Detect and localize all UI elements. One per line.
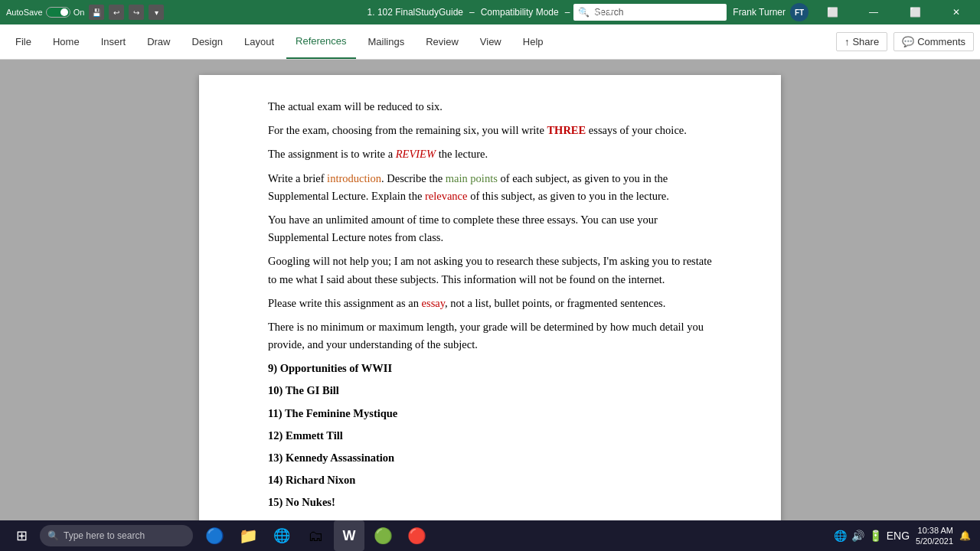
close-button[interactable]: ✕ (939, 0, 974, 24)
list-item-11: 11) The Feminine Mystique (268, 405, 712, 422)
ribbon: File Home Insert Draw Design Layout Refe… (0, 24, 980, 60)
minimize-button[interactable]: — (856, 0, 891, 24)
tab-view[interactable]: View (471, 24, 511, 59)
para-intro-mid: . Describe the (381, 172, 446, 184)
tab-review[interactable]: Review (416, 24, 468, 59)
notification-icon[interactable]: 🔔 (959, 530, 971, 541)
tab-home[interactable]: Home (44, 24, 89, 59)
tab-references[interactable]: References (286, 24, 355, 59)
tab-insert[interactable]: Insert (92, 24, 136, 59)
start-button[interactable]: ⊞ (3, 520, 40, 551)
user-initials: FT (795, 8, 804, 17)
share-icon: ↑ (844, 36, 850, 47)
para-essay-end: , not a list, bullet points, or fragment… (445, 297, 665, 309)
doc-title: 1. 102 FinalStudyGuide (368, 7, 463, 18)
taskbar-right: 🌐 🔊 🔋 ENG 10:38 AM 5/20/2021 🔔 (834, 525, 977, 547)
tab-help[interactable]: Help (514, 24, 553, 59)
ribbon-right: ↑ Share 💬 Comments (836, 32, 974, 51)
share-label: Share (852, 36, 879, 47)
save-icon[interactable]: 💾 (89, 5, 104, 20)
para-unlimited: You have an unlimited amount of time to … (268, 211, 712, 246)
taskbar-app-edge[interactable]: 🌐 (266, 520, 297, 551)
list-item-10: 10) The GI Bill (268, 382, 712, 399)
taskbar-app-word[interactable]: W (334, 520, 364, 551)
para-three: For the exam, choosing from the remainin… (268, 122, 712, 139)
autosave-state: On (74, 8, 85, 17)
separator: – (469, 7, 475, 18)
comments-icon: 💬 (902, 36, 914, 47)
save-chevron: ▾ (608, 7, 612, 18)
para-reduced-text: The actual exam will be reduced to six. (268, 100, 443, 112)
view-toggle-icon[interactable]: ⬜ (815, 0, 850, 24)
network-icon[interactable]: 🌐 (834, 530, 847, 542)
compat-mode: Compatibility Mode (481, 7, 559, 18)
para-essay-start: Please write this assignment as an (268, 297, 422, 309)
user-badge[interactable]: Frank Turner FT (733, 3, 808, 21)
para-reduced: The actual exam will be reduced to six. (268, 98, 712, 116)
language-icon[interactable]: ENG (887, 530, 910, 542)
tab-design[interactable]: Design (183, 24, 232, 59)
user-avatar: FT (790, 3, 808, 21)
taskbar-app-cortana[interactable]: 🔵 (199, 520, 230, 551)
tab-layout[interactable]: Layout (235, 24, 283, 59)
list-item-12: 12) Emmett Till (268, 427, 712, 445)
title-bar-center: 1. 102 FinalStudyGuide – Compatibility M… (368, 7, 613, 18)
clock-time: 10:38 AM (916, 525, 953, 536)
main-points-word: main points (446, 172, 498, 184)
autosave-pill[interactable] (46, 7, 70, 18)
para-essay: Please write this assignment as an essay… (268, 295, 712, 312)
para-length-text: There is no minimum or maximum length, y… (268, 321, 704, 350)
para-review-start: The assignment is to write a (268, 148, 396, 160)
intro-word: introduction (327, 172, 381, 184)
taskbar-apps: 🔵 📁 🌐 🗂 W 🟢 🔴 (199, 520, 432, 551)
taskbar: ⊞ 🔍 Type here to search 🔵 📁 🌐 🗂 W 🟢 🔴 🌐 … (0, 520, 980, 551)
list-item-9: 9) Opportunities of WWII (268, 360, 712, 377)
share-button[interactable]: ↑ Share (836, 32, 887, 51)
para-intro: Write a brief introduction. Describe the… (268, 170, 712, 205)
redo-icon[interactable]: ↪ (129, 5, 144, 20)
title-bar: AutoSave On 💾 ↩ ↪ ▾ 1. 102 FinalStudyGui… (0, 0, 980, 24)
essay-word: essay (422, 297, 445, 309)
customize-icon[interactable]: ▾ (149, 5, 164, 20)
para-googling-text: Googling will not help you; I am not ask… (268, 255, 712, 285)
tab-file[interactable]: File (6, 24, 41, 59)
document-page[interactable]: The actual exam will be reduced to six. … (199, 75, 781, 530)
taskbar-app-red[interactable]: 🔴 (401, 520, 432, 551)
list-item-14: 14) Richard Nixon (268, 471, 712, 489)
review-word: REVIEW (396, 148, 436, 160)
time-block[interactable]: 10:38 AM 5/20/2021 (916, 525, 953, 547)
para-three-end: essays of your choice. (586, 124, 687, 136)
tab-mailings[interactable]: Mailings (359, 24, 414, 59)
para-intro-end: of this subject, as given to you in the … (468, 190, 669, 202)
document-wrapper: The actual exam will be reduced to six. … (0, 60, 980, 530)
taskbar-search-placeholder: Type here to search (64, 530, 145, 541)
comments-label: Comments (917, 36, 965, 47)
maximize-button[interactable]: ⬜ (897, 0, 933, 24)
clock-date: 5/20/2021 (916, 536, 953, 546)
taskbar-app-green[interactable]: 🟢 (368, 520, 398, 551)
undo-icon[interactable]: ↩ (109, 5, 124, 20)
taskbar-search-icon: 🔍 (47, 530, 59, 541)
autosave-toggle[interactable]: AutoSave On (6, 7, 84, 18)
para-googling: Googling will not help you; I am not ask… (268, 253, 712, 288)
separator2: – (565, 7, 570, 18)
comments-button[interactable]: 💬 Comments (893, 32, 974, 51)
para-length: There is no minimum or maximum length, y… (268, 318, 712, 354)
tab-draw[interactable]: Draw (138, 24, 179, 59)
para-three-highlight: THREE (547, 124, 586, 136)
taskbar-search[interactable]: 🔍 Type here to search (40, 525, 193, 546)
list-item-13: 13) Kennedy Assassination (268, 449, 712, 467)
para-review: The assignment is to write a REVIEW the … (268, 145, 712, 163)
autosave-label: AutoSave (6, 8, 43, 17)
para-review-end: the lecture. (436, 148, 488, 160)
sys-icons: 🌐 🔊 🔋 ENG (834, 530, 910, 542)
save-status: Saved (576, 7, 602, 18)
relevance-word: relevance (425, 190, 468, 202)
battery-icon[interactable]: 🔋 (869, 530, 882, 542)
sound-icon[interactable]: 🔊 (851, 530, 864, 542)
list-item-15: 15) No Nukes! (268, 494, 712, 511)
word-icon: W (343, 528, 356, 544)
para-intro-start: Write a brief (268, 172, 327, 184)
taskbar-app-explorer[interactable]: 📁 (233, 520, 263, 551)
taskbar-app-files[interactable]: 🗂 (300, 520, 331, 551)
